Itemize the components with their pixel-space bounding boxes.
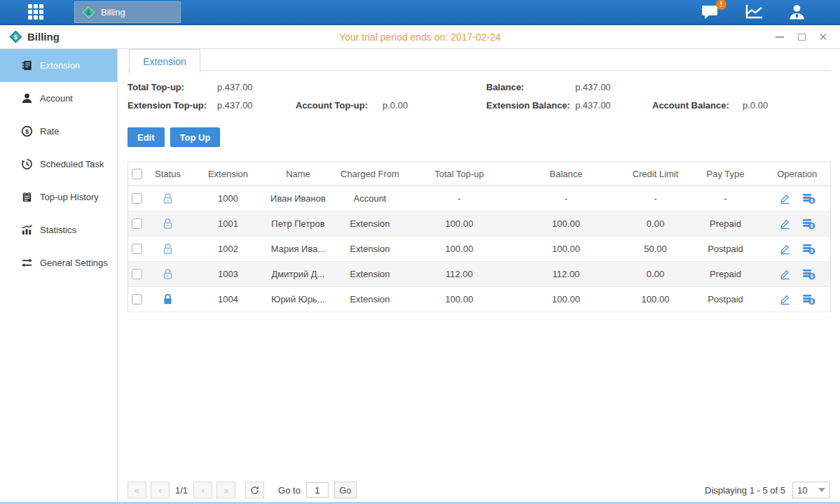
- col-status[interactable]: Status: [146, 162, 190, 186]
- svg-text:$: $: [87, 8, 90, 15]
- app-tab-billing[interactable]: $ Billing: [74, 1, 181, 23]
- cell-pay-type: Prepaid: [687, 262, 764, 287]
- edit-row-button[interactable]: [779, 293, 791, 305]
- refresh-button[interactable]: [245, 482, 264, 498]
- top-up-button[interactable]: Top Up: [170, 127, 221, 147]
- sidebar-item-account[interactable]: Account: [0, 82, 117, 115]
- cell-total-topup: 100.00: [411, 287, 509, 312]
- messages-button[interactable]: !: [701, 4, 721, 20]
- cell-total-topup: 100.00: [411, 237, 509, 262]
- col-operation[interactable]: Operation: [764, 162, 831, 186]
- displaying-text: Displaying 1 - 5 of 5: [705, 485, 785, 496]
- goto-page-input[interactable]: [306, 482, 329, 498]
- cell-charged-from: Extension: [330, 211, 411, 237]
- edit-row-button[interactable]: [779, 268, 791, 280]
- col-balance[interactable]: Balance: [509, 162, 624, 186]
- close-button[interactable]: ✕: [818, 31, 829, 43]
- first-page-button[interactable]: «: [128, 482, 146, 498]
- page-size-select[interactable]: 10: [792, 482, 830, 498]
- user-menu-button[interactable]: [788, 4, 808, 20]
- go-button[interactable]: Go: [334, 482, 357, 498]
- cell-total-topup: 112.00: [411, 262, 509, 287]
- edit-button[interactable]: Edit: [128, 127, 165, 147]
- sidebar-item-label: Top-up History: [40, 192, 99, 202]
- extension-topup-value: p.437.00: [217, 100, 296, 111]
- line-chart-icon: [745, 4, 764, 20]
- user-icon: [788, 4, 806, 20]
- topup-row-button[interactable]: $: [802, 268, 815, 280]
- cell-credit-limit: -: [624, 186, 687, 211]
- sidebar-item-topup-history[interactable]: Top-up History: [0, 181, 117, 214]
- row-checkbox[interactable]: [132, 244, 142, 254]
- account-icon: [21, 92, 33, 104]
- pencil-icon: [779, 218, 791, 230]
- reports-button[interactable]: [745, 4, 764, 20]
- minimize-button[interactable]: [774, 31, 785, 43]
- account-balance-label: Account Balance:: [652, 100, 743, 111]
- trial-notice: Your trial period ends on: 2017-02-24: [0, 31, 840, 43]
- table-row: 1003 Дмитрий Д... Extension 112.00 112.0…: [128, 262, 831, 287]
- maximize-button[interactable]: [796, 31, 807, 43]
- edit-row-button[interactable]: [779, 243, 791, 255]
- last-page-button[interactable]: »: [216, 482, 235, 498]
- sidebar-item-label: Account: [40, 93, 73, 104]
- topup-row-button[interactable]: $: [802, 293, 815, 305]
- edit-row-button[interactable]: [779, 218, 791, 230]
- main-content: Extension Total Top-up: p.437.00 Extensi…: [118, 49, 840, 504]
- row-checkbox[interactable]: [132, 193, 142, 204]
- billing-summary: Total Top-up: p.437.00 Extension Top-up:…: [128, 82, 830, 111]
- table-row: 1000 Иван Иванов Account - - - - $: [128, 186, 831, 211]
- cell-credit-limit: 0.00: [624, 211, 687, 237]
- page-indicator: 1/1: [175, 485, 188, 496]
- table-row: 1002 Мария Ива... Extension 100.00 100.0…: [128, 237, 831, 262]
- sidebar-item-scheduled-task[interactable]: Scheduled Task: [0, 148, 117, 181]
- account-topup-label: Account Top-up:: [296, 100, 383, 111]
- svg-text:$: $: [25, 127, 29, 135]
- table-row: 1004 Юрий Юрь... Extension 100.00 100.00…: [128, 287, 831, 312]
- row-checkbox[interactable]: [132, 218, 142, 229]
- cell-extension: 1003: [190, 262, 267, 287]
- topbar: $ Billing !: [0, 0, 840, 25]
- row-checkbox[interactable]: [132, 269, 142, 279]
- sidebar-item-statistics[interactable]: Statistics: [0, 214, 117, 246]
- tab-extension[interactable]: Extension: [129, 49, 200, 73]
- svg-text:$: $: [811, 248, 813, 254]
- topup-row-button[interactable]: $: [802, 218, 815, 230]
- col-total-topup[interactable]: Total Top-up: [411, 162, 509, 186]
- topup-history-icon: [21, 191, 33, 203]
- page-size-value: 10: [797, 485, 807, 496]
- cell-pay-type: -: [687, 186, 764, 211]
- col-pay-type[interactable]: Pay Type: [687, 162, 764, 186]
- edit-row-button[interactable]: [779, 192, 791, 204]
- cell-extension: 1002: [190, 237, 267, 262]
- sidebar-item-rate[interactable]: $ Rate: [0, 115, 117, 148]
- app-launcher-icon[interactable]: [28, 4, 43, 20]
- cell-pay-type: Prepaid: [687, 211, 764, 237]
- cell-credit-limit: 100.00: [624, 287, 687, 312]
- col-extension[interactable]: Extension: [190, 162, 267, 186]
- sidebar-item-label: Rate: [40, 126, 59, 136]
- sidebar-item-general-settings[interactable]: General Settings: [0, 246, 117, 279]
- next-page-button[interactable]: ›: [193, 482, 212, 498]
- sidebar-item-extension[interactable]: Extension: [0, 49, 117, 82]
- billing-diamond-icon: $: [82, 6, 95, 19]
- cell-charged-from: Extension: [330, 287, 411, 312]
- table-header-row: Status Extension Name Charged From Total…: [128, 162, 831, 186]
- topup-row-button[interactable]: $: [802, 192, 815, 204]
- extension-icon: [21, 59, 33, 71]
- col-charged-from[interactable]: Charged From: [330, 162, 411, 186]
- svg-text:$: $: [811, 223, 813, 229]
- cell-total-topup: -: [411, 186, 509, 211]
- cell-charged-from: Extension: [330, 262, 411, 287]
- col-credit-limit[interactable]: Credit Limit: [624, 162, 687, 186]
- cell-balance: 112.00: [509, 262, 624, 287]
- select-all-checkbox[interactable]: [132, 169, 142, 179]
- cell-pay-type: Postpaid: [687, 287, 764, 312]
- cell-credit-limit: 50.00: [624, 237, 687, 262]
- row-checkbox[interactable]: [132, 294, 142, 304]
- svg-text:$: $: [811, 299, 813, 304]
- col-name[interactable]: Name: [267, 162, 330, 186]
- cell-balance: 100.00: [509, 287, 624, 312]
- topup-row-button[interactable]: $: [802, 243, 815, 255]
- prev-page-button[interactable]: ‹: [151, 482, 170, 498]
